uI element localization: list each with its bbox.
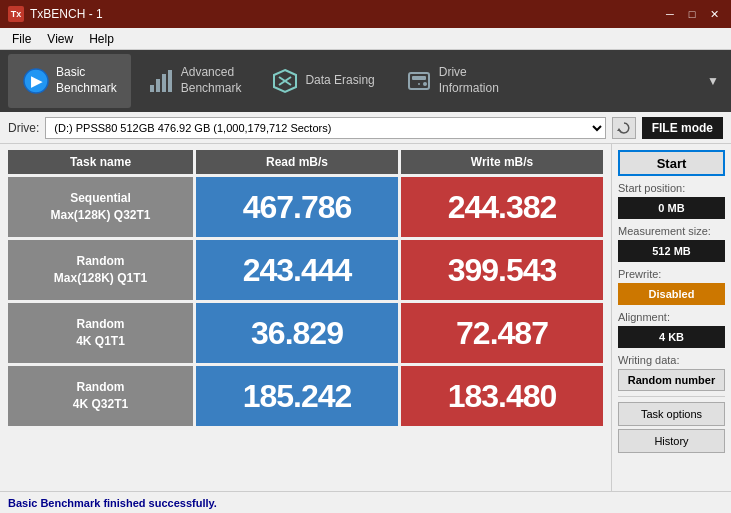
svg-rect-2: [150, 85, 154, 92]
basic-benchmark-icon: ▶: [22, 67, 50, 95]
maximize-button[interactable]: □: [683, 6, 701, 22]
svg-rect-4: [162, 74, 166, 92]
divider: [618, 396, 725, 397]
svg-point-11: [423, 82, 427, 86]
svg-rect-5: [168, 70, 172, 92]
prewrite-label: Prewrite:: [618, 268, 725, 280]
toolbar-basic-benchmark[interactable]: ▶ BasicBenchmark: [8, 54, 131, 108]
toolbar: ▶ BasicBenchmark AdvancedBenchmark Data …: [0, 50, 731, 112]
bench-read-0: 467.786: [196, 177, 398, 237]
menu-file[interactable]: File: [4, 30, 39, 48]
app-icon: Tx: [8, 6, 24, 22]
bench-row-1: RandomMax(128K) Q1T1 243.444 399.543: [8, 240, 603, 300]
title-bar-left: Tx TxBENCH - 1: [8, 6, 103, 22]
bench-label-3: Random4K Q32T1: [8, 366, 193, 426]
menu-bar: File View Help: [0, 28, 731, 50]
task-options-button[interactable]: Task options: [618, 402, 725, 426]
toolbar-drive-information[interactable]: DriveInformation: [391, 54, 513, 108]
bench-write-2: 72.487: [401, 303, 603, 363]
data-erasing-icon: [271, 67, 299, 95]
minimize-button[interactable]: ─: [661, 6, 679, 22]
svg-text:▶: ▶: [31, 73, 43, 89]
right-panel: Start Start position: 0 MB Measurement s…: [611, 144, 731, 491]
writing-data-label: Writing data:: [618, 354, 725, 366]
title-bar: Tx TxBENCH - 1 ─ □ ✕: [0, 0, 731, 28]
bench-read-2: 36.829: [196, 303, 398, 363]
header-write: Write mB/s: [401, 150, 603, 174]
svg-rect-3: [156, 79, 160, 92]
start-position-value[interactable]: 0 MB: [618, 197, 725, 219]
basic-benchmark-label: BasicBenchmark: [56, 65, 117, 96]
history-button[interactable]: History: [618, 429, 725, 453]
svg-rect-10: [412, 76, 426, 80]
writing-data-value[interactable]: Random number: [618, 369, 725, 391]
bench-write-1: 399.543: [401, 240, 603, 300]
bench-read-3: 185.242: [196, 366, 398, 426]
start-position-label: Start position:: [618, 182, 725, 194]
prewrite-value[interactable]: Disabled: [618, 283, 725, 305]
advanced-benchmark-label: AdvancedBenchmark: [181, 65, 242, 96]
measurement-size-label: Measurement size:: [618, 225, 725, 237]
toolbar-data-erasing[interactable]: Data Erasing: [257, 54, 388, 108]
drive-label: Drive:: [8, 121, 39, 135]
close-button[interactable]: ✕: [705, 6, 723, 22]
toolbar-advanced-benchmark[interactable]: AdvancedBenchmark: [133, 54, 256, 108]
bench-write-3: 183.480: [401, 366, 603, 426]
svg-rect-9: [409, 73, 429, 89]
menu-view[interactable]: View: [39, 30, 81, 48]
refresh-icon: [617, 121, 631, 135]
bench-label-0: SequentialMax(128K) Q32T1: [8, 177, 193, 237]
drive-information-icon: [405, 67, 433, 95]
header-read: Read mB/s: [196, 150, 398, 174]
drive-row: Drive: (D:) PPSS80 512GB 476.92 GB (1,00…: [0, 112, 731, 144]
drive-select[interactable]: (D:) PPSS80 512GB 476.92 GB (1,000,179,7…: [45, 117, 605, 139]
alignment-label: Alignment:: [618, 311, 725, 323]
svg-point-12: [418, 83, 420, 85]
file-mode-button[interactable]: FILE mode: [642, 117, 723, 139]
drive-information-label: DriveInformation: [439, 65, 499, 96]
alignment-value[interactable]: 4 KB: [618, 326, 725, 348]
bench-row-0: SequentialMax(128K) Q32T1 467.786 244.38…: [8, 177, 603, 237]
bench-row-3: Random4K Q32T1 185.242 183.480: [8, 366, 603, 426]
measurement-size-value[interactable]: 512 MB: [618, 240, 725, 262]
bench-label-2: Random4K Q1T1: [8, 303, 193, 363]
header-task: Task name: [8, 150, 193, 174]
title-bar-title: TxBENCH - 1: [30, 7, 103, 21]
toolbar-dropdown[interactable]: ▼: [703, 54, 723, 108]
main-content: Task name Read mB/s Write mB/s Sequentia…: [0, 144, 731, 491]
status-message: Basic Benchmark finished successfully.: [8, 497, 217, 509]
bench-row-2: Random4K Q1T1 36.829 72.487: [8, 303, 603, 363]
bench-write-0: 244.382: [401, 177, 603, 237]
benchmark-area: Task name Read mB/s Write mB/s Sequentia…: [0, 144, 611, 491]
status-bar: Basic Benchmark finished successfully.: [0, 491, 731, 513]
title-bar-controls: ─ □ ✕: [661, 6, 723, 22]
advanced-benchmark-icon: [147, 67, 175, 95]
menu-help[interactable]: Help: [81, 30, 122, 48]
bench-label-1: RandomMax(128K) Q1T1: [8, 240, 193, 300]
bench-read-1: 243.444: [196, 240, 398, 300]
bench-header: Task name Read mB/s Write mB/s: [8, 150, 603, 174]
drive-refresh-button[interactable]: [612, 117, 636, 139]
data-erasing-label: Data Erasing: [305, 73, 374, 89]
svg-marker-13: [617, 128, 621, 131]
start-button[interactable]: Start: [618, 150, 725, 176]
